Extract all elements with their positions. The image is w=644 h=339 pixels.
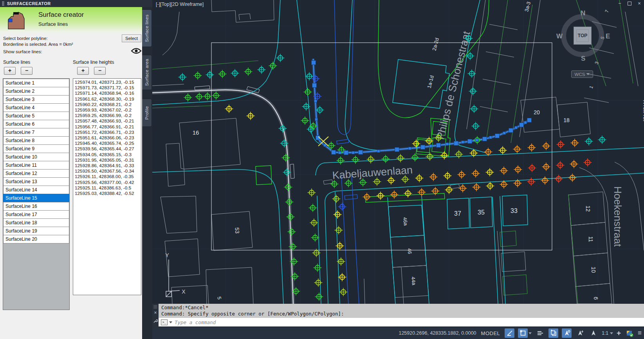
viewport-controls-label[interactable]: [-][Top][2D Wireframe]: [156, 2, 204, 7]
surface-line-item[interactable]: SurfaceLine 14: [3, 186, 69, 194]
grip-vertex[interactable]: [520, 123, 524, 127]
command-history[interactable]: Command:*Cancel* Command: Specify opposi…: [159, 304, 644, 318]
surface-line-item[interactable]: SurfaceLine 13: [3, 177, 69, 186]
minimize-icon[interactable]: −: [617, 0, 623, 7]
dock-grip-icon[interactable]: [153, 305, 157, 309]
surface-line-item[interactable]: SurfaceLine 6: [3, 120, 69, 128]
workspace-switching-icon[interactable]: +: [617, 329, 621, 337]
graphics-performance-icon[interactable]: [624, 328, 634, 338]
surface-line-item[interactable]: SurfaceLine 5: [3, 112, 69, 120]
surface-line-item[interactable]: SurfaceLine 12: [3, 169, 69, 178]
surface-line-item[interactable]: SurfaceLine 1: [3, 79, 69, 87]
viewcube-south[interactable]: S: [581, 55, 585, 63]
wcs-dropdown[interactable]: WCS: [571, 70, 593, 78]
annotation-autoscale-icon[interactable]: [575, 328, 585, 338]
grip-vertex[interactable]: [468, 139, 472, 144]
grip-vertex[interactable]: [359, 150, 363, 155]
height-row[interactable]: 125960.22, 428368.21, -0.2: [75, 102, 141, 107]
grip-midpoint[interactable]: [314, 100, 317, 103]
grip-vertex[interactable]: [312, 61, 316, 65]
grip-midpoint[interactable]: [315, 118, 318, 121]
height-row[interactable]: 125956.77, 428366.91, -0.21: [75, 124, 141, 130]
dock-close-icon[interactable]: ×: [152, 310, 159, 316]
grip-midpoint[interactable]: [524, 121, 527, 124]
surface-line-heights-list[interactable]: 125974.01, 428371.23, -0.15125971.73, 42…: [73, 78, 141, 295]
grip-midpoint[interactable]: [324, 144, 327, 147]
height-row[interactable]: 125961.62, 428368.30, -0.19: [75, 96, 141, 102]
grip-midpoint[interactable]: [409, 147, 411, 150]
tab-surface-lines[interactable]: Surface lines: [142, 9, 152, 47]
grip-vertex[interactable]: [527, 118, 532, 123]
grip-midpoint[interactable]: [352, 151, 355, 154]
surface-line-item[interactable]: SurfaceLine 9: [3, 144, 69, 153]
command-input[interactable]: >_ Type a command: [159, 318, 644, 326]
surface-line-item[interactable]: SurfaceLine 18: [3, 218, 69, 227]
grip-midpoint[interactable]: [339, 151, 341, 154]
height-row[interactable]: 125974.01, 428371.23, -0.15: [75, 79, 141, 85]
select-button[interactable]: Select: [122, 34, 141, 42]
height-row[interactable]: 125925.11, 428386.63, -0.5: [75, 185, 141, 191]
height-row[interactable]: 125939.56, 428365.44, -0.27: [75, 146, 141, 151]
height-row[interactable]: 125926.11, 428368.00, -0.35: [75, 174, 141, 179]
grip-vertex[interactable]: [437, 143, 441, 148]
object-snap-dropdown-icon[interactable]: [529, 332, 532, 334]
viewcube-top-face[interactable]: TOP: [574, 27, 592, 45]
customization-menu-icon[interactable]: ≡: [638, 329, 642, 337]
grip-midpoint[interactable]: [462, 141, 464, 144]
height-row[interactable]: 125971.14, 428368.94, -0.16: [75, 90, 141, 96]
viewcube-west[interactable]: W: [556, 32, 563, 40]
annotation-visibility-icon[interactable]: [562, 328, 572, 338]
grip-vertex[interactable]: [483, 137, 487, 141]
surface-line-item[interactable]: SurfaceLine 4: [3, 103, 69, 112]
remove-height-button[interactable]: −: [94, 67, 106, 75]
add-surface-line-button[interactable]: +: [4, 67, 16, 75]
height-row[interactable]: 125928.86, 428364.91, -0.33: [75, 163, 141, 168]
height-row[interactable]: 125959.25, 428366.99, -0.2: [75, 113, 141, 118]
close-icon[interactable]: ×: [636, 0, 642, 7]
height-row[interactable]: 125925.03, 428388.42, -0.52: [75, 191, 141, 196]
dock-wrench-icon[interactable]: [153, 319, 158, 323]
tab-surface-area[interactable]: Surface area: [142, 55, 152, 90]
height-row[interactable]: 125957.48, 428366.93, -0.21: [75, 118, 141, 124]
height-row[interactable]: 125934.05, 428365.15, -0.3: [75, 152, 141, 157]
dynamic-input-icon[interactable]: [535, 328, 545, 338]
surface-line-item[interactable]: SurfaceLine 7: [3, 128, 69, 137]
grip-midpoint[interactable]: [503, 132, 506, 135]
object-snap-icon[interactable]: [518, 328, 528, 338]
grip-vertex[interactable]: [344, 151, 348, 155]
surface-line-item[interactable]: SurfaceLine 15: [3, 194, 69, 202]
grip-vertex[interactable]: [395, 148, 399, 152]
height-row[interactable]: 125971.73, 428371.72, -0.15: [75, 85, 141, 90]
viewcube-north[interactable]: N: [581, 9, 585, 17]
restore-icon[interactable]: [628, 2, 631, 5]
surface-line-item[interactable]: SurfaceLine 19: [3, 227, 69, 235]
grip-vertex[interactable]: [312, 83, 317, 88]
grip-vertex[interactable]: [495, 134, 500, 138]
surface-line-item[interactable]: SurfaceLine 3: [3, 95, 69, 104]
model-space-button[interactable]: MODEL: [481, 330, 500, 336]
surface-line-item[interactable]: SurfaceLine 17: [3, 210, 69, 219]
add-height-button[interactable]: +: [77, 67, 89, 75]
height-row[interactable]: 125959.93, 428367.02, -0.2: [75, 107, 141, 113]
viewcube-east[interactable]: E: [606, 32, 610, 40]
grip-midpoint[interactable]: [515, 126, 518, 129]
remove-surface-line-button[interactable]: −: [21, 67, 32, 75]
tab-profile[interactable]: Profile: [142, 99, 152, 127]
grip-vertex[interactable]: [454, 141, 458, 146]
command-prompt-icon[interactable]: >_: [161, 319, 168, 325]
height-row[interactable]: 125945.40, 428365.74, -0.25: [75, 141, 141, 146]
grip-midpoint[interactable]: [476, 139, 478, 142]
grip-vertex[interactable]: [421, 145, 425, 150]
command-dropdown-icon[interactable]: [169, 321, 172, 323]
surface-line-item[interactable]: SurfaceLine 16: [3, 202, 69, 211]
height-row[interactable]: 125931.95, 428365.05, -0.31: [75, 157, 141, 163]
palette-grip-icon[interactable]: [2, 1, 4, 6]
surface-line-item[interactable]: SurfaceLine 11: [3, 161, 69, 170]
selection-cycling-icon[interactable]: [548, 328, 558, 338]
grip-vertex[interactable]: [509, 128, 513, 133]
polar-tracking-icon[interactable]: [505, 328, 514, 338]
grip-midpoint[interactable]: [446, 143, 449, 146]
grip-midpoint[interactable]: [489, 136, 492, 139]
grip-vertex[interactable]: [332, 150, 336, 155]
surface-line-item[interactable]: SurfaceLine 8: [3, 136, 69, 145]
